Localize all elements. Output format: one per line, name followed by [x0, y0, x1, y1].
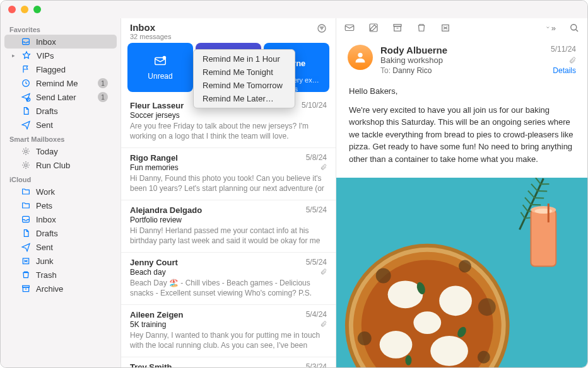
badge: 1	[98, 78, 108, 88]
to-label: To:	[380, 66, 391, 75]
sidebar-item-junk[interactable]: Junk	[4, 254, 117, 268]
badge: 1	[98, 92, 108, 102]
doc-icon	[21, 106, 31, 116]
titlebar	[1, 1, 587, 18]
details-link[interactable]: Details	[553, 66, 576, 75]
menu-item[interactable]: Remind Me Tomorrow	[194, 79, 295, 92]
junk-icon[interactable]	[440, 22, 451, 33]
gear-icon	[21, 146, 31, 156]
sidebar-item-label: Remind Me	[36, 79, 93, 88]
reader-header: Rody Albuerne 5/11/24 Baking workshop To…	[336, 37, 587, 79]
sidebar-item-today[interactable]: Today	[4, 144, 117, 158]
trash-icon	[21, 270, 31, 280]
sidebar-item-label: Drafts	[36, 229, 108, 238]
svg-rect-0	[23, 38, 30, 44]
remind-context-menu: Remind Me in 1 HourRemind Me TonightRemi…	[193, 49, 295, 108]
message-row[interactable]: Rigo Rangel5/8/24Fun memoriesHi Danny, F…	[121, 148, 336, 200]
paperclip-icon	[320, 321, 327, 329]
sidebar-item-archive[interactable]: Archive	[4, 282, 117, 296]
svg-point-15	[163, 56, 167, 60]
sidebar-item-label: Flagged	[36, 65, 108, 74]
paperclip-icon	[568, 57, 576, 64]
sidebar-item-label: Trash	[36, 270, 108, 280]
search-icon[interactable]	[568, 22, 580, 33]
message-preview: Beach Day 🏖️ - Chill vibes - Beach games…	[130, 278, 327, 298]
sidebar-item-label: Junk	[36, 256, 108, 266]
more-icon[interactable]: .»	[544, 22, 556, 33]
message-from: Alejandra Delgado	[130, 205, 202, 215]
sidebar-item-label: Pets	[36, 201, 108, 210]
maximize-button[interactable]	[33, 6, 41, 13]
message-preview: Hi Danny, Found this photo you took! Can…	[130, 173, 327, 193]
sidebar-item-trash[interactable]: Trash	[4, 268, 117, 282]
reader-subject: Baking workshop	[380, 55, 443, 65]
svg-point-51	[478, 298, 496, 316]
sidebar-item-flagged[interactable]: Flagged	[4, 62, 117, 76]
svg-point-4	[25, 164, 27, 166]
folder-icon	[21, 187, 31, 197]
paperclip-icon	[320, 268, 327, 277]
sidebar-item-run-club[interactable]: Run Club	[4, 158, 117, 172]
message-row[interactable]: Alejandra Delgado5/5/24Portfolio reviewH…	[121, 200, 336, 253]
message-from: Trev Smith	[130, 362, 172, 367]
message-from: Aileen Zeigen	[130, 310, 184, 319]
menu-item[interactable]: Remind Me Later…	[194, 92, 295, 105]
sidebar-item-inbox[interactable]: Inbox	[4, 35, 117, 49]
message-subject: Fun memories	[130, 163, 179, 172]
envelope-icon[interactable]	[344, 22, 355, 33]
filter-icon[interactable]	[317, 22, 327, 33]
sidebar-item-sent[interactable]: Sent	[4, 240, 117, 254]
sidebar-section-header: iCloud	[1, 172, 121, 185]
sidebar-item-send-later[interactable]: Send Later1	[4, 90, 117, 104]
sidebar-item-label: Today	[36, 147, 108, 156]
unread-card[interactable]: Unread	[127, 43, 193, 92]
menu-item[interactable]: Remind Me in 1 Hour	[194, 52, 295, 66]
sendlater-icon	[21, 92, 31, 102]
svg-point-52	[478, 351, 490, 364]
compose-icon[interactable]	[368, 22, 379, 33]
clock-icon	[21, 78, 31, 88]
sidebar-section-header: Favorites	[1, 22, 121, 35]
sidebar-item-label: Run Club	[36, 161, 108, 170]
svg-point-26	[358, 53, 362, 57]
sidebar-item-inbox[interactable]: Inbox	[4, 212, 117, 226]
message-list[interactable]: Fleur Lasseur5/10/24Soccer jerseysAre yo…	[121, 96, 336, 367]
sidebar-section-header: Smart Mailboxes	[1, 132, 121, 144]
message-preview: Are you free Friday to talk about the ne…	[130, 121, 327, 141]
flag-icon	[21, 64, 31, 74]
message-row[interactable]: Aileen Zeigen5/4/245K trainingHey Danny,…	[121, 305, 336, 357]
chevron-right-icon[interactable]: ▸	[12, 52, 15, 59]
message-subject: Portfolio review	[130, 216, 182, 224]
sidebar-item-label: Archive	[36, 284, 108, 294]
message-date: 5/5/24	[306, 258, 327, 267]
message-row[interactable]: Trev Smith5/3/24Illustration referenceHi…	[121, 357, 336, 367]
message-from: Rigo Rangel	[130, 153, 178, 163]
sidebar-item-sent[interactable]: Sent	[4, 118, 117, 132]
sidebar-item-drafts[interactable]: Drafts	[4, 226, 117, 240]
sidebar-item-label: Work	[36, 187, 108, 197]
junk-icon	[21, 256, 31, 266]
sidebar-item-vips[interactable]: ▸VIPs	[4, 49, 117, 62]
minimize-button[interactable]	[21, 6, 28, 13]
sidebar-item-remind-me[interactable]: Remind Me1	[4, 76, 117, 90]
sidebar: FavoritesInbox▸VIPsFlaggedRemind Me1Send…	[1, 18, 121, 367]
trash-icon[interactable]	[416, 22, 427, 33]
sidebar-item-label: Sent	[36, 120, 108, 130]
message-from: Jenny Court	[130, 258, 178, 267]
svg-rect-8	[23, 287, 28, 292]
sidebar-item-drafts[interactable]: Drafts	[4, 104, 117, 118]
close-button[interactable]	[8, 6, 16, 13]
message-row[interactable]: Jenny Court5/5/24Beach dayBeach Day 🏖️ -…	[121, 253, 336, 305]
sidebar-item-label: Inbox	[36, 215, 108, 224]
sidebar-item-label: Drafts	[36, 106, 108, 116]
sidebar-item-label: VIPs	[37, 51, 108, 60]
sidebar-item-work[interactable]: Work	[4, 185, 117, 198]
svg-rect-20	[394, 26, 401, 32]
archive-icon[interactable]	[392, 22, 403, 33]
svg-point-57	[430, 336, 468, 366]
sidebar-item-pets[interactable]: Pets	[4, 198, 117, 212]
svg-point-3	[25, 150, 27, 152]
paperplane-icon	[21, 120, 31, 130]
menu-item[interactable]: Remind Me Tonight	[194, 66, 295, 79]
sidebar-item-label: Sent	[36, 243, 108, 252]
